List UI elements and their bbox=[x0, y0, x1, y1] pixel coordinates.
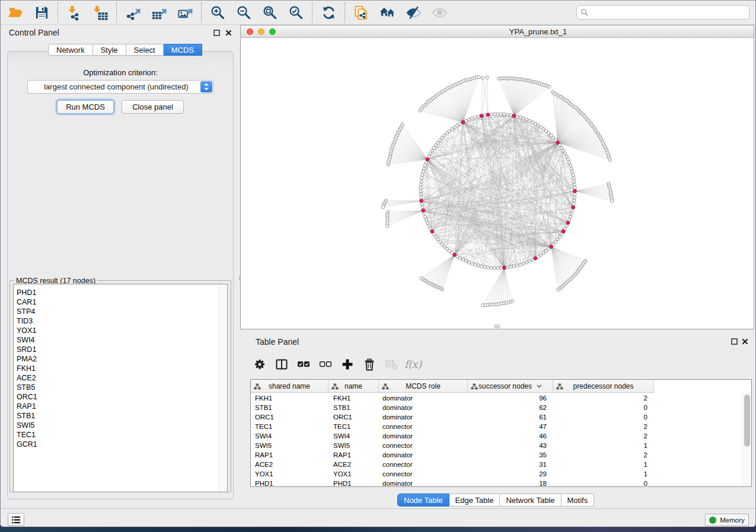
table-row[interactable]: STB1 STB1 dominator 62 0 bbox=[251, 403, 751, 412]
table-toolbar-button-show-columns[interactable] bbox=[270, 354, 292, 374]
cell-successor-nodes[interactable]: 46 bbox=[468, 431, 547, 441]
cell-shared-name[interactable]: RAP1 bbox=[251, 450, 328, 460]
cell-mcds-role[interactable]: connector bbox=[379, 469, 468, 479]
cell-name[interactable]: ACE2 bbox=[328, 460, 379, 469]
toolbar-button-open-session[interactable] bbox=[2, 2, 28, 23]
status-menu-button[interactable] bbox=[8, 513, 24, 526]
cell-successor-nodes[interactable]: 96 bbox=[468, 393, 547, 403]
cell-mcds-role[interactable]: connector bbox=[379, 441, 468, 450]
float-table-panel-icon[interactable] bbox=[731, 338, 738, 345]
cell-predecessor-nodes[interactable]: 0 bbox=[547, 403, 647, 412]
mcds-result-item[interactable]: ORC1 bbox=[14, 392, 227, 402]
mcds-result-item[interactable]: CAR1 bbox=[14, 297, 227, 307]
toolbar-button-save-session[interactable] bbox=[28, 2, 55, 23]
mcds-result-item[interactable]: FKH1 bbox=[14, 364, 227, 373]
search-input[interactable] bbox=[591, 7, 749, 18]
cell-successor-nodes[interactable]: 61 bbox=[468, 412, 547, 422]
cell-name[interactable]: STB1 bbox=[328, 403, 379, 412]
cell-predecessor-nodes[interactable]: 0 bbox=[547, 412, 647, 422]
float-panel-icon[interactable] bbox=[213, 29, 220, 36]
cell-name[interactable]: TEC1 bbox=[328, 422, 379, 431]
table-row[interactable]: ACE2 ACE2 connector 31 1 bbox=[251, 460, 751, 469]
table-row[interactable]: RAP1 RAP1 dominator 35 2 bbox=[251, 450, 751, 460]
toolbar-button-first-neighbors-of-selected[interactable] bbox=[374, 2, 400, 23]
cell-shared-name[interactable]: STB1 bbox=[251, 403, 328, 412]
cell-successor-nodes[interactable]: 47 bbox=[468, 422, 547, 431]
table-tab-network-table[interactable]: Network Table bbox=[500, 493, 561, 507]
column-header-predecessor-nodes[interactable]: predecessor nodes bbox=[553, 380, 654, 393]
cell-name[interactable]: SWI4 bbox=[328, 431, 379, 441]
cell-successor-nodes[interactable]: 43 bbox=[468, 441, 547, 450]
cell-mcds-role[interactable]: dominator bbox=[379, 479, 468, 487]
cell-predecessor-nodes[interactable]: 1 bbox=[547, 441, 647, 450]
control-panel-tab-select[interactable]: Select bbox=[126, 44, 164, 56]
memory-button[interactable]: Memory bbox=[705, 514, 749, 526]
table-row[interactable]: SWI4 SWI4 dominator 46 2 bbox=[251, 431, 751, 441]
toolbar-button-zoom-selected[interactable] bbox=[283, 2, 309, 23]
mcds-result-item[interactable]: YOX1 bbox=[14, 326, 227, 335]
cell-shared-name[interactable]: ACE2 bbox=[251, 460, 328, 469]
table-row[interactable]: ORC1 ORC1 dominator 61 0 bbox=[251, 412, 751, 422]
cell-mcds-role[interactable]: dominator bbox=[379, 431, 468, 441]
toolbar-button-zoom-in[interactable] bbox=[205, 2, 231, 23]
cell-shared-name[interactable]: TEC1 bbox=[251, 422, 328, 431]
table-toolbar-button-function-builder[interactable]: f(x) bbox=[402, 354, 424, 374]
mcds-result-item[interactable]: ACE2 bbox=[14, 373, 227, 383]
run-mcds-button[interactable]: Run MCDS bbox=[57, 100, 114, 114]
column-header-mcds-role[interactable]: MCDS role bbox=[379, 380, 468, 393]
toolbar-button-export-network[interactable] bbox=[120, 2, 146, 23]
cell-successor-nodes[interactable]: 31 bbox=[468, 460, 547, 469]
network-canvas-svg[interactable] bbox=[241, 38, 754, 329]
cell-predecessor-nodes[interactable]: 2 bbox=[547, 393, 647, 403]
table-row[interactable]: TEC1 TEC1 connector 47 2 bbox=[251, 422, 751, 431]
toolbar-button-hide-selected[interactable] bbox=[400, 2, 426, 23]
cell-mcds-role[interactable]: connector bbox=[379, 460, 468, 469]
cell-shared-name[interactable]: ORC1 bbox=[251, 412, 328, 422]
cell-predecessor-nodes[interactable]: 2 bbox=[547, 422, 647, 431]
table-row[interactable]: FKH1 FKH1 dominator 96 2 bbox=[251, 393, 751, 403]
column-header-shared-name[interactable]: shared name bbox=[251, 380, 328, 393]
toolbar-button-import-table-from-file[interactable] bbox=[87, 2, 113, 23]
mcds-result-item[interactable]: STB1 bbox=[14, 411, 227, 421]
cell-successor-nodes[interactable]: 35 bbox=[468, 450, 547, 460]
cell-name[interactable]: PHD1 bbox=[328, 479, 379, 487]
cell-mcds-role[interactable]: dominator bbox=[379, 412, 468, 422]
mcds-result-item[interactable]: SRD1 bbox=[14, 345, 227, 354]
mcds-result-list[interactable]: PHD1 CAR1 STP4 TID3 YOX1 SWI4 SRD1 bbox=[13, 284, 228, 492]
table-row[interactable]: SWI5 SWI5 connector 43 1 bbox=[251, 441, 751, 450]
mcds-result-item[interactable]: TID3 bbox=[14, 316, 227, 326]
cell-successor-nodes[interactable]: 29 bbox=[468, 469, 547, 479]
toolbar-button-zoom-out[interactable] bbox=[231, 2, 257, 23]
toolbar-button-export-table[interactable] bbox=[146, 2, 172, 23]
table-tab-node-table[interactable]: Node Table bbox=[397, 493, 449, 507]
table-scrollbar-thumb[interactable] bbox=[744, 395, 750, 447]
mcds-result-item[interactable]: PMA2 bbox=[14, 354, 227, 364]
network-window-titlebar[interactable]: YPA_prune.txt_1 bbox=[241, 25, 754, 38]
cell-shared-name[interactable]: FKH1 bbox=[251, 393, 328, 403]
cell-shared-name[interactable]: SWI4 bbox=[251, 431, 328, 441]
cell-name[interactable]: YOX1 bbox=[328, 469, 379, 479]
control-panel-tab-mcds[interactable]: MCDS bbox=[164, 44, 202, 56]
toolbar-button-export-image[interactable] bbox=[172, 2, 198, 23]
mcds-result-item[interactable]: TEC1 bbox=[14, 430, 227, 440]
canvas-resize-handle[interactable] bbox=[495, 325, 500, 328]
toolbar-button-new-network-from-selection[interactable] bbox=[348, 2, 374, 23]
toolbar-button-zoom-fit-content[interactable] bbox=[257, 2, 283, 23]
cell-predecessor-nodes[interactable]: 1 bbox=[547, 469, 647, 479]
network-canvas[interactable] bbox=[241, 38, 754, 329]
cell-shared-name[interactable]: YOX1 bbox=[251, 469, 328, 479]
table-toolbar-button-table-settings[interactable] bbox=[248, 354, 270, 374]
cell-name[interactable]: ORC1 bbox=[328, 412, 379, 422]
column-header-successor-nodes[interactable]: successor nodes bbox=[468, 380, 553, 393]
table-toolbar-button-select-all-rows[interactable] bbox=[292, 354, 314, 374]
close-panel-button[interactable]: Close panel bbox=[122, 100, 184, 114]
cell-shared-name[interactable]: SWI5 bbox=[251, 441, 328, 450]
close-table-panel-icon[interactable] bbox=[741, 338, 748, 345]
mcds-result-item[interactable]: PHD1 bbox=[14, 288, 227, 297]
mcds-result-item[interactable]: SWI5 bbox=[14, 421, 227, 430]
cell-predecessor-nodes[interactable]: 2 bbox=[547, 450, 647, 460]
cell-mcds-role[interactable]: dominator bbox=[379, 393, 468, 403]
table-row[interactable]: PHD1 PHD1 dominator 18 0 bbox=[251, 479, 751, 487]
mcds-list-scrollbar[interactable] bbox=[219, 285, 227, 492]
mcds-result-item[interactable]: SWI4 bbox=[14, 335, 227, 345]
